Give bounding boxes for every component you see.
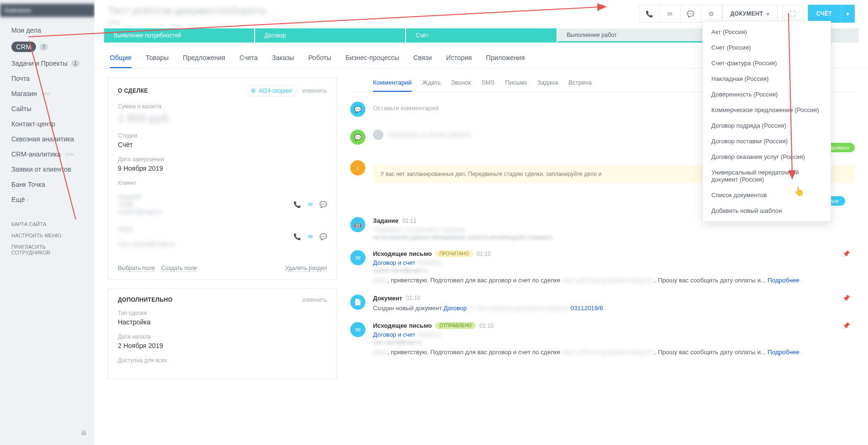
- timeline-doc: 📄 📌 Документ 01:10 Создан новый документ…: [354, 290, 855, 318]
- phone-icon[interactable]: 📞: [293, 201, 301, 208]
- email-icon[interactable]: ✉: [308, 233, 313, 240]
- doc-item-waybill[interactable]: Накладная (Россия): [703, 71, 831, 87]
- print-icon[interactable]: 🖶: [80, 429, 87, 436]
- doc-item-contract-service[interactable]: Договор оказания услуг (Россия): [703, 149, 831, 165]
- robot-icon: 🤖: [350, 217, 365, 232]
- tab-apps[interactable]: Приложения: [486, 50, 525, 68]
- sidebar-item-bank[interactable]: Банк Точка: [0, 177, 95, 192]
- configure-menu-link[interactable]: НАСТРОИТЬ МЕНЮ: [0, 230, 95, 241]
- sidebar-item-analytics[interactable]: Сквозная аналитика: [0, 131, 95, 147]
- comm-tab-sms[interactable]: SMS: [481, 77, 495, 92]
- comm-tab-meeting[interactable]: Встреча: [568, 77, 592, 92]
- doc-item-poa[interactable]: Доверенность (Россия): [703, 87, 831, 102]
- comment-icon: 💬: [350, 102, 365, 117]
- task-link[interactable]: Подобрать ассортимент ящиков: [373, 226, 855, 233]
- tab-relations[interactable]: Связи: [413, 50, 432, 68]
- start-value: 2 Ноября 2019: [118, 342, 327, 349]
- doc-item-list[interactable]: Список документов: [703, 187, 831, 203]
- doc-item-act[interactable]: Акт (Россия): [703, 24, 831, 40]
- close-label: Дата завершения: [118, 156, 327, 163]
- sitemap-link[interactable]: КАРТА САЙТА: [0, 218, 95, 230]
- tab-orders[interactable]: Заказы: [272, 50, 294, 68]
- client1-co: к/зем: [118, 201, 163, 208]
- client2-co: —: [118, 233, 175, 240]
- client1-email: andrei@mail.ru: [118, 208, 163, 216]
- pin-icon[interactable]: 📌: [842, 322, 850, 329]
- stage-value: Счёт: [118, 141, 327, 148]
- delete-section-link[interactable]: Удалить раздел: [285, 265, 327, 272]
- more-link[interactable]: Подробнее: [768, 349, 799, 356]
- client2-email: ivan.name@mail.ru: [118, 240, 175, 248]
- stage-label: Стадия: [118, 132, 327, 139]
- doc-item-invoice[interactable]: Счет (Россия): [703, 40, 831, 55]
- tab-products[interactable]: Товары: [146, 50, 168, 68]
- stage-contract[interactable]: Договор: [255, 28, 405, 43]
- doc-item-contract-supply[interactable]: Договор поставки (Россия): [703, 133, 831, 149]
- invoice-dropdown[interactable]: ▾: [841, 5, 855, 23]
- edit-deal-link[interactable]: изменить: [302, 87, 327, 94]
- email-icon[interactable]: ✉: [660, 5, 681, 23]
- extra-card: ДОПОЛНИТЕЛЬНО изменить Тип сделки Настро…: [108, 288, 337, 379]
- stage-invoice[interactable]: Счёт: [406, 28, 556, 43]
- pin-icon[interactable]: 📌: [842, 295, 850, 302]
- edit-extra-link[interactable]: изменить: [302, 297, 327, 303]
- ai-scoring-badge[interactable]: ⚙ AI24-скоринг: [246, 85, 298, 96]
- create-field-link[interactable]: Создать поле: [161, 265, 197, 272]
- sidebar-item-mail[interactable]: Почта: [0, 71, 95, 86]
- sidebar-item-crm[interactable]: CRM7: [0, 38, 95, 56]
- doc-item-invoice-facture[interactable]: Счет-фактура (Россия): [703, 55, 831, 71]
- sidebar: Компания Мои дела CRM7 Задачи и Проекты1…: [0, 0, 95, 445]
- sidebar-item-requests[interactable]: Заявки от клиентов: [0, 162, 95, 177]
- tab-general[interactable]: Общие: [110, 50, 132, 68]
- doc-item-contract-work[interactable]: Договор подряда (Россия): [703, 118, 831, 133]
- doc-item-offer[interactable]: Коммерческое предложение (Россия): [703, 102, 831, 118]
- gear-icon[interactable]: ⚙: [701, 5, 722, 23]
- select-field-link[interactable]: Выбрать поле: [118, 265, 155, 272]
- stage-work[interactable]: Выполнение работ: [558, 28, 708, 43]
- chat-icon[interactable]: 💬: [681, 5, 701, 23]
- tab-history[interactable]: История: [446, 50, 472, 68]
- doc-num[interactable]: 03112019/6: [570, 305, 603, 312]
- sidebar-item-crm-analytics[interactable]: CRM-аналитикаbeta: [0, 147, 95, 162]
- doc-link[interactable]: Договор: [443, 305, 467, 312]
- email-subject[interactable]: Договор и счет #000015: [373, 331, 855, 338]
- sidebar-item-sites[interactable]: Сайты: [0, 101, 95, 116]
- phone-icon[interactable]: 📞: [293, 233, 301, 240]
- sidebar-item-contact[interactable]: Контакт-центр: [0, 116, 95, 131]
- sidebar-item-tasks[interactable]: Задачи и Проекты1: [0, 56, 95, 71]
- sidebar-item-shop[interactable]: Магазинbeta: [0, 86, 95, 101]
- extra-card-title: ДОПОЛНИТЕЛЬНО: [118, 297, 173, 303]
- stage-needs[interactable]: Выявление потребностей: [104, 28, 254, 43]
- fullscreen-icon[interactable]: ⛶: [782, 5, 803, 23]
- comm-tab-wait[interactable]: Ждать: [422, 77, 441, 92]
- pin-icon[interactable]: 📌: [842, 250, 850, 257]
- comm-tab-comment[interactable]: Комментарий: [373, 77, 412, 92]
- email-icon[interactable]: ✉: [308, 201, 313, 208]
- client2-name: Иван: [118, 225, 175, 233]
- timeline-email-1: ✉ 📌 Исходящее письмо ПРОЧИТАНО 01:10 Дог…: [354, 245, 855, 290]
- invoice-button[interactable]: СЧЁТ: [808, 5, 841, 23]
- document-dropdown-menu: Акт (Россия) Счет (Россия) Счет-фактура …: [702, 21, 831, 222]
- tab-invoices[interactable]: Счета: [239, 50, 258, 68]
- phone-icon[interactable]: 📞: [639, 5, 660, 23]
- comm-tab-call[interactable]: Звонок: [451, 77, 471, 92]
- sidebar-item-activities[interactable]: Мои дела: [0, 23, 95, 38]
- tab-robots[interactable]: Роботы: [308, 50, 331, 68]
- tab-bizproc[interactable]: Бизнес-процессы: [345, 50, 399, 68]
- chat-icon[interactable]: 💬: [319, 233, 327, 240]
- timeline-email-2: ✉ 📌 Исходящее письмо ОТПРАВЛЕНО 01:10 До…: [354, 317, 855, 362]
- more-link[interactable]: Подробнее: [768, 277, 799, 284]
- deal-card-title: О СДЕЛКЕ: [118, 87, 148, 94]
- invite-link[interactable]: ПРИГЛАСИТЬ СОТРУДНИКОВ: [0, 241, 95, 258]
- sent-badge: ОТПРАВЛЕНО: [435, 322, 476, 329]
- sidebar-item-more[interactable]: Ещё ·: [0, 192, 95, 207]
- doc-item-add-template[interactable]: Добавить новый шаблон: [703, 203, 831, 218]
- chat-icon[interactable]: 💬: [319, 201, 327, 208]
- doc-item-upd[interactable]: Универсальный передаточный документ (Рос…: [703, 165, 831, 187]
- client-label: Клиент: [118, 180, 327, 186]
- tab-quotes[interactable]: Предложения: [183, 50, 225, 68]
- comm-tab-email[interactable]: Письмо: [505, 77, 527, 92]
- email-subject[interactable]: Договор и счет #000015: [373, 259, 855, 266]
- comm-tab-task[interactable]: Задача: [537, 77, 558, 92]
- document-button[interactable]: ДОКУМЕНТ ▾: [722, 5, 778, 23]
